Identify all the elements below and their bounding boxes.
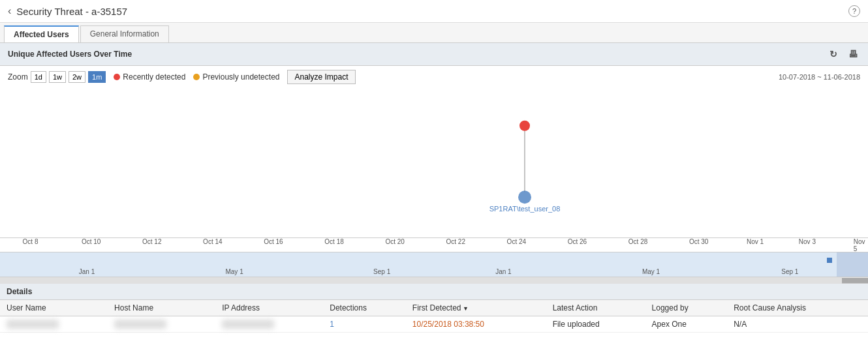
axis-oct18: Oct 18 [324,238,343,245]
zoom-1m-button[interactable]: 1m [88,71,106,83]
col-root-cause: Root Cause Analysis [727,300,868,316]
mini-jan1b: Jan 1 [495,268,511,275]
axis-oct22: Oct 22 [446,238,465,245]
zoom-1w-button[interactable]: 1w [49,71,66,83]
chart-controls: Zoom 1d 1w 2w 1m Recently detected Previ… [0,66,868,88]
date-range: 10-07-2018 ~ 11-06-2018 [779,73,860,81]
timeline-axis: Oct 8 Oct 10 Oct 12 Oct 14 Oct 16 Oct 18… [0,238,868,252]
axis-oct8: Oct 8 [23,238,39,245]
mini-scrollbar[interactable] [837,252,868,277]
previously-undetected-label: Previously undetected [202,72,279,82]
cell-detections: 1 [323,316,406,333]
details-table: User Name Host Name IP Address Detection… [0,300,868,333]
axis-oct26: Oct 26 [568,238,587,245]
svg-text:SP1RAT\test_user_08: SP1RAT\test_user_08 [489,205,561,213]
tab-affected-users[interactable]: Affected Users [4,25,79,42]
zoom-1d-button[interactable]: 1d [31,71,46,83]
chart-section-title: Unique Affected Users Over Time [8,50,132,59]
cell-root-cause: N/A [727,316,868,333]
cell-username [0,316,108,333]
mini-timeline[interactable]: Jan 1 May 1 Sep 1 Jan 1 May 1 Sep 1 [0,252,868,277]
axis-oct20: Oct 20 [385,238,404,245]
mini-may1: May 1 [225,268,243,275]
zoom-label: Zoom [8,72,28,82]
scrollbar-thumb[interactable] [842,278,868,283]
chart-area: SP1RAT\test_user_08 [0,88,868,238]
col-hostname: Host Name [108,300,215,316]
axis-oct14: Oct 14 [203,238,222,245]
cell-hostname [108,316,215,333]
axis-oct12: Oct 12 [142,238,161,245]
analyze-impact-button[interactable]: Analyze Impact [287,70,355,84]
axis-nov5: Nov 5 [854,238,865,252]
table-row: 1 10/25/2018 03:38:50 File uploaded Apex… [0,316,868,333]
svg-point-1 [519,121,530,131]
col-logged-by: Logged by [645,300,728,316]
mini-dot [827,258,832,263]
previously-undetected-dot [193,74,200,80]
axis-oct10: Oct 10 [82,238,101,245]
print-button[interactable]: 🖶 [846,47,860,61]
mini-may1b: May 1 [642,268,660,275]
cell-logged-by: Apex One [645,316,728,333]
col-username: User Name [0,300,108,316]
zoom-2w-button[interactable]: 2w [69,71,85,83]
legend-recently-detected: Recently detected [114,72,185,82]
legend-previously-undetected: Previously undetected [193,72,279,82]
axis-oct30: Oct 30 [689,238,708,245]
chart-section-header: Unique Affected Users Over Time ↻ 🖶 [0,43,868,66]
cell-latest-action: File uploaded [546,316,645,333]
zoom-buttons: 1d 1w 2w 1m [31,71,106,83]
axis-oct16: Oct 16 [264,238,283,245]
mini-sep1b: Sep 1 [781,268,798,275]
chart-svg: SP1RAT\test_user_08 [0,88,868,237]
cell-first-detected: 10/25/2018 03:38:50 [406,316,546,333]
tab-bar: Affected Users General Information [0,23,868,43]
svg-point-2 [518,190,531,204]
col-detections: Detections [323,300,406,316]
back-button[interactable]: ‹ [8,5,11,17]
col-first-detected[interactable]: First Detected [406,300,546,316]
details-section: Details User Name Host Name IP Address D… [0,284,868,333]
col-latest-action: Latest Action [546,300,645,316]
axis-nov1: Nov 1 [747,238,764,245]
mini-jan1: Jan 1 [79,268,95,275]
cell-ip [215,316,323,333]
tab-general-information[interactable]: General Information [80,25,169,42]
recently-detected-dot [114,74,120,80]
axis-oct28: Oct 28 [628,238,647,245]
mini-sep1: Sep 1 [373,268,390,275]
page-title: Security Threat - a-35157 [16,6,848,17]
chart-legend: Recently detected Previously undetected … [114,70,355,84]
recently-detected-label: Recently detected [123,72,185,82]
refresh-button[interactable]: ↻ [826,47,841,61]
axis-oct24: Oct 24 [507,238,526,245]
help-button[interactable]: ? [848,5,860,17]
details-header: Details [0,284,868,300]
horizontal-scrollbar[interactable] [0,277,868,284]
axis-nov3: Nov 3 [799,238,816,245]
col-ip: IP Address [215,300,323,316]
